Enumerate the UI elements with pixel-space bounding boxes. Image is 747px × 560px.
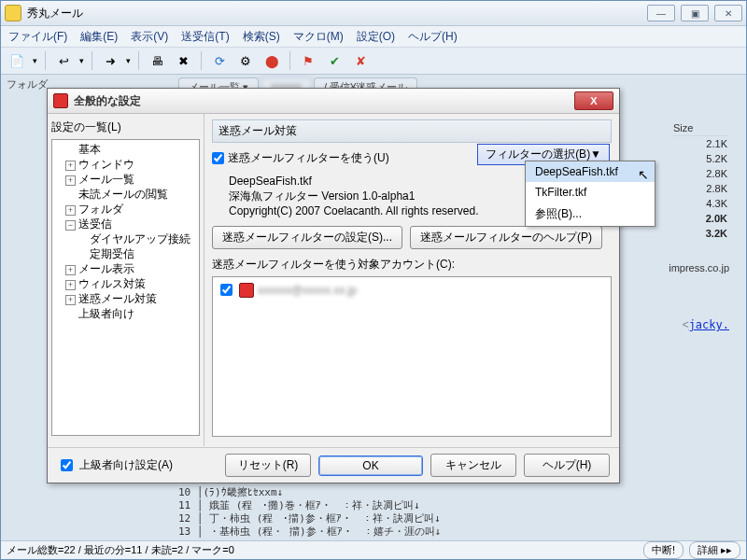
tree-node-advanced[interactable]: 上級者向け — [54, 306, 197, 321]
advanced-settings-label: 上級者向け設定(A) — [79, 457, 173, 473]
account-list[interactable]: xxxxxx@xxxxx.xx.jp — [212, 276, 612, 437]
minimize-button[interactable]: — — [647, 5, 675, 21]
toolbar-reply-icon[interactable]: ↩ — [53, 50, 74, 71]
settings-tree[interactable]: 基本 +ウィンドウ +メール一覧 未読メールの閲覧 +フォルダ −送受信 ダイヤ… — [51, 139, 200, 436]
toolbar-refresh-icon[interactable]: ⟳ — [209, 50, 230, 71]
status-bar: メール総数=22 / 最近の分=11 / 未読=2 / マーク=0 中断! 詳細… — [1, 540, 746, 559]
dialog-icon — [53, 93, 68, 108]
menu-sendrecv[interactable]: 送受信(T) — [181, 29, 229, 45]
toolbar-check-icon[interactable]: ✔ — [324, 50, 345, 71]
toolbar-filter-icon[interactable]: ⚑ — [298, 50, 318, 71]
tree-node-sendrecv[interactable]: −送受信 — [54, 217, 197, 231]
app-title: 秀丸メール — [27, 6, 647, 21]
toolbar-print-icon[interactable]: 🖶 — [147, 50, 167, 71]
menu-view[interactable]: 表示(V) — [131, 29, 168, 45]
size-cell: 2.8K — [673, 181, 729, 196]
tree-node-dialup[interactable]: ダイヤルアップ接続 — [54, 231, 197, 246]
filter-help-button[interactable]: 迷惑メールフィルターのヘルプ(P) — [410, 226, 602, 249]
filter-dropdown-menu: DeepSeaFish.tkf TkFilter.tkf 参照(B)... ↖ — [525, 161, 655, 227]
title-bar: 秀丸メール — ▣ ✕ — [1, 1, 746, 26]
stop-button[interactable]: 中断! — [643, 541, 684, 559]
account-row[interactable]: xxxxxx@xxxxx.xx.jp — [217, 281, 607, 299]
folder-panel-label: フォルダ — [7, 77, 48, 91]
account-icon — [239, 283, 254, 298]
domain-text: impress.co.jp — [669, 262, 729, 273]
menu-help[interactable]: ヘルプ(H) — [408, 29, 458, 45]
status-text: メール総数=22 / 最近の分=11 / 未読=2 / マーク=0 — [7, 543, 234, 557]
account-list-label: 迷惑メールフィルターを使う対象アカウント(C): — [212, 257, 612, 273]
account-name: xxxxxx@xxxxx.xx.jp — [258, 284, 357, 297]
size-cell: 4.3K — [673, 196, 729, 211]
settings-tree-panel: 設定の一覧(L) 基本 +ウィンドウ +メール一覧 未読メールの閲覧 +フォルダ… — [48, 114, 204, 446]
size-cell: 2.1K — [673, 136, 729, 151]
settings-dialog: 全般的な設定 X 設定の一覧(L) 基本 +ウィンドウ +メール一覧 未読メール… — [47, 88, 620, 483]
help-button[interactable]: ヘルプ(H) — [524, 454, 610, 477]
tree-label: 設定の一覧(L) — [51, 119, 200, 135]
menu-settings[interactable]: 設定(O) — [357, 29, 395, 45]
tree-node-periodic[interactable]: 定期受信 — [54, 246, 197, 261]
address-fragment: <jacky. — [683, 318, 729, 331]
close-button[interactable]: ✕ — [714, 5, 742, 21]
tree-node-maildisp[interactable]: +メール表示 — [54, 261, 197, 276]
tree-node-virus[interactable]: +ウィルス対策 — [54, 276, 197, 291]
dialog-close-button[interactable]: X — [574, 91, 613, 110]
toolbar: 📄▾ ↩▾ ➜▾ 🖶 ✖ ⟳ ⚙ ⬤ ⚑ ✔ ✘ — [1, 48, 746, 75]
menu-file[interactable]: ファイル(F) — [8, 29, 67, 45]
message-body-preview: 10 │(ﾗ)ｳ畿擦ﾋｾxxm↓ 11 │ 娥韮 (程 ･攤)巻・框ｱ・ ：祥・… — [178, 486, 441, 539]
advanced-settings-checkbox[interactable]: 上級者向け設定(A) — [57, 456, 173, 474]
dialog-footer: 上級者向け設定(A) リセット(R) OK キャンセル ヘルプ(H) — [48, 447, 619, 483]
toolbar-delete-icon[interactable]: ✖ — [173, 50, 193, 71]
use-filter-input[interactable] — [212, 152, 224, 164]
tree-node-window[interactable]: +ウィンドウ — [54, 157, 197, 172]
tree-node-unread[interactable]: 未読メールの閲覧 — [54, 187, 197, 202]
dropdown-item-deepseafish[interactable]: DeepSeaFish.tkf — [526, 161, 655, 182]
detail-button[interactable]: 詳細 ▸▸ — [689, 541, 740, 559]
app-icon — [5, 5, 21, 21]
size-cell: 3.2K — [673, 226, 729, 241]
dialog-titlebar: 全般的な設定 X — [48, 89, 619, 114]
cursor-icon: ↖ — [638, 167, 649, 182]
ok-button[interactable]: OK — [318, 455, 423, 476]
cancel-button[interactable]: キャンセル — [430, 454, 516, 477]
dialog-title: 全般的な設定 — [74, 93, 574, 109]
toolbar-x-icon[interactable]: ✘ — [350, 50, 371, 71]
pane-heading: 迷惑メール対策 — [212, 119, 612, 143]
size-cell: 2.0K — [673, 211, 729, 226]
column-header-size[interactable]: Size — [673, 120, 729, 136]
tree-node-basic[interactable]: 基本 — [54, 142, 197, 157]
dropdown-item-tkfilter[interactable]: TkFilter.tkf — [526, 182, 655, 203]
menu-edit[interactable]: 編集(E) — [80, 29, 118, 45]
reset-button[interactable]: リセット(R) — [225, 454, 311, 477]
toolbar-new-icon[interactable]: 📄 — [7, 50, 27, 71]
filter-settings-button[interactable]: 迷惑メールフィルターの設定(S)... — [212, 226, 402, 249]
menu-search[interactable]: 検索(S) — [243, 29, 280, 45]
size-column: Size 2.1K 5.2K 2.8K 2.8K 4.3K 2.0K 3.2K — [673, 120, 729, 241]
maximize-button[interactable]: ▣ — [681, 5, 709, 21]
toolbar-forward-icon[interactable]: ➜ — [100, 50, 120, 71]
tree-node-maillist[interactable]: +メール一覧 — [54, 172, 197, 187]
advanced-settings-input[interactable] — [61, 459, 73, 471]
menu-macro[interactable]: マクロ(M) — [293, 29, 344, 45]
window-buttons: — ▣ ✕ — [647, 5, 742, 21]
tree-node-folder[interactable]: +フォルダ — [54, 202, 197, 217]
use-filter-label: 迷惑メールフィルターを使う(U) — [228, 150, 389, 166]
toolbar-gear-icon[interactable]: ⚙ — [235, 50, 256, 71]
menu-bar: ファイル(F) 編集(E) 表示(V) 送受信(T) 検索(S) マクロ(M) … — [1, 26, 746, 48]
dropdown-item-browse[interactable]: 参照(B)... — [526, 203, 655, 226]
tree-node-spam[interactable]: +迷惑メール対策 — [54, 291, 197, 306]
toolbar-stop-icon[interactable]: ⬤ — [261, 50, 282, 71]
account-checkbox[interactable] — [220, 284, 233, 296]
size-cell: 5.2K — [673, 151, 729, 166]
size-cell: 2.8K — [673, 166, 729, 181]
